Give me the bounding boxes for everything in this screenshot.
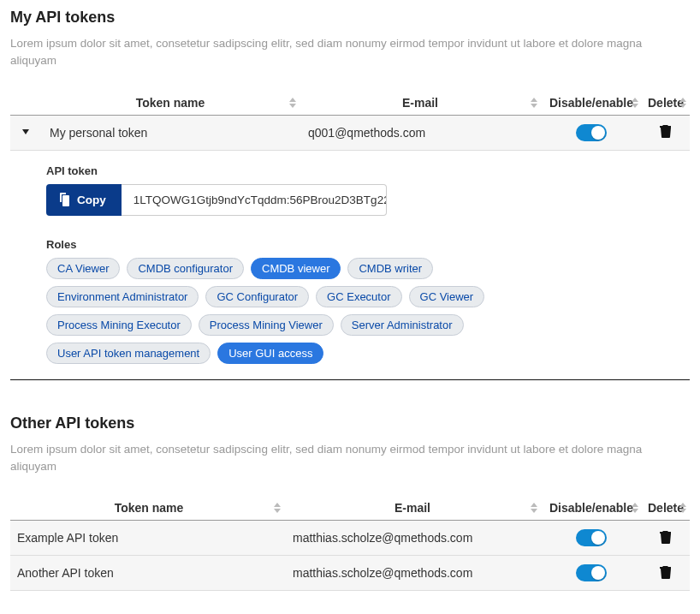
column-header-token-name[interactable]: Token name xyxy=(41,96,300,110)
section-description-other-tokens: Lorem ipsum dolor sit amet, consetetur s… xyxy=(10,441,690,476)
roles-label: Roles xyxy=(46,238,681,251)
my-tokens-table-header: Token name E-mail Disable/enable Delete xyxy=(10,91,690,116)
delete-button[interactable] xyxy=(658,124,673,140)
copy-icon xyxy=(58,193,70,206)
token-email-cell: matthias.scholze@qmethods.com xyxy=(284,566,541,580)
column-header-delete[interactable]: Delete xyxy=(642,96,690,110)
sort-icon xyxy=(289,98,296,108)
column-header-token-name[interactable]: Token name xyxy=(10,501,284,515)
role-chip[interactable]: Server Administrator xyxy=(341,314,464,336)
api-token-label: API token xyxy=(46,164,681,177)
role-chip[interactable]: CA Viewer xyxy=(46,258,120,279)
role-chip[interactable]: GC Configurator xyxy=(205,286,309,307)
delete-button[interactable] xyxy=(658,565,673,581)
role-chip[interactable]: GC Viewer xyxy=(409,286,485,307)
role-chip[interactable]: CMDB writer xyxy=(347,258,433,279)
sort-icon xyxy=(531,503,537,513)
enable-toggle[interactable] xyxy=(576,564,607,581)
column-header-delete[interactable]: Delete xyxy=(642,501,690,515)
column-header-email[interactable]: E-mail xyxy=(284,501,541,515)
sort-icon xyxy=(679,503,686,513)
token-name-cell: Example API token xyxy=(10,531,284,545)
copy-button-label: Copy xyxy=(77,194,106,206)
column-header-label: Token name xyxy=(115,501,184,515)
column-header-label: Delete xyxy=(648,96,684,110)
expand-toggle-icon[interactable] xyxy=(21,126,31,136)
role-chip[interactable]: CMDB configurator xyxy=(127,258,244,279)
api-token-value[interactable]: 1LTQOWG1Gtjb9ndYcTqddm:56PBrou2D3BTg228 xyxy=(122,184,387,216)
column-header-label: Delete xyxy=(648,501,684,515)
sort-icon xyxy=(274,503,281,513)
column-header-label: Disable/enable xyxy=(549,501,633,515)
column-header-label: Disable/enable xyxy=(549,96,633,110)
enable-toggle[interactable] xyxy=(576,529,607,546)
section-heading-my-tokens: My API tokens xyxy=(10,9,690,27)
sort-icon xyxy=(531,98,537,108)
column-header-disable-enable[interactable]: Disable/enable xyxy=(541,501,642,515)
token-email-cell: matthias.scholze@qmethods.com xyxy=(284,531,541,545)
column-header-email[interactable]: E-mail xyxy=(300,96,541,110)
sort-icon xyxy=(632,503,638,513)
column-header-disable-enable[interactable]: Disable/enable xyxy=(541,96,642,110)
section-heading-other-tokens: Other API tokens xyxy=(10,414,690,432)
role-chip[interactable]: Process Mining Viewer xyxy=(199,314,334,336)
role-chip[interactable]: GC Executor xyxy=(316,286,401,307)
table-row: Another API tokenmatthias.scholze@qmetho… xyxy=(10,556,690,591)
column-header-label: E-mail xyxy=(402,96,438,110)
enable-toggle[interactable] xyxy=(576,124,607,141)
roles-container: CA ViewerCMDB configuratorCMDB viewerCMD… xyxy=(46,258,491,364)
table-row: My personal token q001@qmethods.com xyxy=(10,116,690,151)
expanded-row-body: API token Copy 1LTQOWG1Gtjb9ndYcTqddm:56… xyxy=(10,151,690,380)
section-description-my-tokens: Lorem ipsum dolor sit amet, consetetur s… xyxy=(10,35,690,70)
token-name-cell: My personal token xyxy=(41,126,300,140)
role-chip[interactable]: CMDB viewer xyxy=(251,258,341,279)
role-chip[interactable]: Environment Administrator xyxy=(46,286,199,307)
role-chip[interactable]: User API token management xyxy=(46,343,211,364)
other-tokens-table-header: Token name E-mail Disable/enable Delete xyxy=(10,496,690,521)
token-name-cell: Another API token xyxy=(10,566,284,580)
copy-button[interactable]: Copy xyxy=(46,184,122,216)
column-header-label: E-mail xyxy=(394,501,430,515)
role-chip[interactable]: Process Mining Executor xyxy=(46,314,192,336)
role-chip[interactable]: User GUI access xyxy=(217,343,323,364)
table-row: Example API tokenmatthias.scholze@qmetho… xyxy=(10,521,690,556)
token-email-cell: q001@qmethods.com xyxy=(300,126,541,140)
sort-icon xyxy=(632,98,638,108)
delete-button[interactable] xyxy=(658,530,673,545)
column-header-label: Token name xyxy=(136,96,205,110)
sort-icon xyxy=(679,98,686,108)
